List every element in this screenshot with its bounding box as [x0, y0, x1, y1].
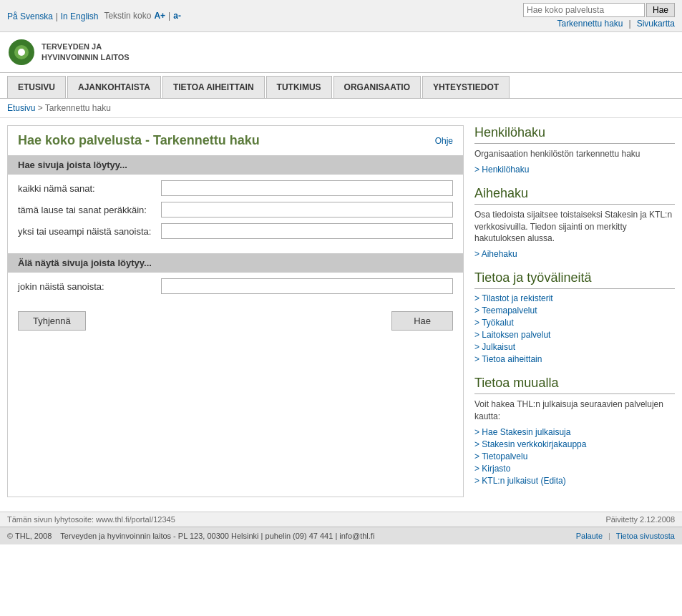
- field4-input[interactable]: [161, 278, 453, 294]
- footer-about-link[interactable]: Tietoa sivustosta: [616, 532, 675, 540]
- page-title: Hae koko palvelusta - Tarkennettu haku: [18, 133, 260, 148]
- henkilohaku-link[interactable]: > Henkilöhaku: [474, 165, 675, 175]
- section2-header: Älä näytä sivuja joista löytyy...: [8, 253, 463, 273]
- footer-sep: |: [608, 532, 610, 540]
- language-links: På Svenska | In English: [7, 11, 98, 21]
- field1-input[interactable]: [161, 180, 453, 196]
- sidebar-henkilohaku: Henkilöhaku Organisaation henkilöstön ta…: [474, 125, 675, 175]
- top-search-button[interactable]: Hae: [646, 3, 675, 17]
- footer-bottom: © THL, 2008 Terveyden ja hyvinvoinnin la…: [0, 527, 682, 544]
- breadcrumb-sep: >: [38, 103, 45, 113]
- field2-row: tämä lause tai sanat peräkkäin:: [18, 202, 453, 217]
- help-link[interactable]: Ohje: [435, 136, 453, 146]
- sidebar-muualla-desc: Voit hakea THL:n julkaisuja seuraavien p…: [474, 399, 675, 423]
- sidebar-aihehaku: Aihehaku Osa tiedoista sijaitsee toistai…: [474, 186, 675, 259]
- lang-sep1: |: [56, 11, 58, 21]
- footer-bar: Tämän sivun lyhytosoite: www.thl.fi/port…: [0, 512, 682, 527]
- sitemap-link[interactable]: Sivukartta: [637, 19, 675, 29]
- include-fields: kaikki nämä sanat: tämä lause tai sanat …: [8, 175, 463, 248]
- lang-en-link[interactable]: In English: [61, 11, 99, 21]
- nav-tab-yhteystiedot[interactable]: YHTEYSTIEDOT: [422, 76, 510, 98]
- sidebar-henkilohaku-desc: Organisaation henkilöstön tarkennettu ha…: [474, 148, 675, 160]
- sidebar-muualla-title: Tietoa muualla: [474, 376, 675, 394]
- sidebar-tyovalineita: Tietoa ja työvälineitä > Tilastot ja rek…: [474, 270, 675, 364]
- search-button[interactable]: Hae: [391, 311, 453, 331]
- tyovalineita-link-4[interactable]: > Laitoksen palvelut: [474, 330, 675, 340]
- textsize-larger-link[interactable]: A+: [154, 11, 165, 21]
- muualla-link-5[interactable]: > KTL:n julkaisut (Edita): [474, 476, 675, 486]
- textsize-sep: |: [168, 11, 170, 21]
- top-search-form: Hae: [523, 3, 675, 17]
- main-panel: Hae koko palvelusta - Tarkennettu haku O…: [7, 125, 464, 497]
- sidebar-tietoa-muualla: Tietoa muualla Voit hakea THL:n julkaisu…: [474, 376, 675, 486]
- tyovalineita-link-5[interactable]: > Julkaisut: [474, 342, 675, 352]
- field2-label: tämä lause tai sanat peräkkäin:: [18, 205, 161, 215]
- sidebar: Henkilöhaku Organisaation henkilöstön ta…: [474, 125, 675, 497]
- footer-shorturl: Tämän sivun lyhytosoite: www.thl.fi/port…: [7, 515, 175, 524]
- tyovalineita-link-1[interactable]: > Tilastot ja rekisterit: [474, 293, 675, 303]
- field4-label: jokin näistä sanoista:: [18, 281, 161, 292]
- site-header: TERVEYDEN JA HYVINVOINNIN LAITOS: [0, 32, 682, 72]
- field3-row: yksi tai useampi näistä sanoista:: [18, 223, 453, 239]
- field1-row: kaikki nämä sanat:: [18, 180, 453, 196]
- main-content: Hae koko palvelusta - Tarkennettu haku O…: [0, 118, 682, 504]
- muualla-link-3[interactable]: > Tietopalvelu: [474, 451, 675, 461]
- sidebar-henkilohaku-title: Henkilöhaku: [474, 125, 675, 144]
- advanced-search-link[interactable]: Tarkennettu haku: [557, 19, 623, 29]
- top-utility-links: Tarkennettu haku | Sivukartta: [557, 19, 675, 29]
- top-bar: På Svenska | In English Tekstin koko A+ …: [0, 0, 682, 32]
- title-main: Tarkennettu haku: [153, 133, 260, 147]
- footer-bottom-right: Palaute | Tietoa sivustosta: [576, 532, 675, 540]
- sidebar-aihehaku-title: Aihehaku: [474, 186, 675, 205]
- field1-label: kaikki nämä sanat:: [18, 183, 161, 194]
- tyovalineita-link-6[interactable]: > Tietoa aiheittain: [474, 354, 675, 364]
- footer-back-link[interactable]: Palaute: [576, 532, 603, 540]
- muualla-link-2[interactable]: > Stakesin verkkokirjakauppa: [474, 439, 675, 449]
- lang-sv-link[interactable]: På Svenska: [7, 11, 53, 21]
- breadcrumb: Etusivu > Tarkennettu haku: [0, 99, 682, 118]
- exclude-fields: jokin näistä sanoista:: [8, 273, 463, 303]
- sidebar-aihehaku-desc: Osa tiedoista sijaitsee toistaiseksi Sta…: [474, 209, 675, 245]
- field3-input[interactable]: [161, 223, 453, 239]
- textsize-label: Tekstin koko: [104, 11, 151, 21]
- nav-tab-tietoa[interactable]: TIETOA AIHEITTAIN: [162, 76, 265, 98]
- title-dash: -: [145, 133, 153, 147]
- svg-point-2: [18, 49, 25, 56]
- muualla-link-4[interactable]: > Kirjasto: [474, 464, 675, 474]
- field3-label: yksi tai useampi näistä sanoista:: [18, 226, 161, 237]
- top-bar-left: På Svenska | In English Tekstin koko A+ …: [7, 11, 181, 21]
- top-search-input[interactable]: [523, 3, 645, 17]
- main-panel-header: Hae koko palvelusta - Tarkennettu haku O…: [8, 126, 463, 155]
- text-size-controls: Tekstin koko A+ | a-: [104, 11, 181, 21]
- nav-tab-tutkimus[interactable]: TUTKIMUS: [266, 76, 332, 98]
- nav-tab-etusivu[interactable]: ETUSIVU: [7, 76, 66, 98]
- muualla-link-1[interactable]: > Hae Stakesin julkaisuja: [474, 427, 675, 437]
- breadcrumb-current: Tarkennettu haku: [45, 103, 111, 113]
- aihehaku-link[interactable]: > Aihehaku: [474, 249, 675, 259]
- clear-button[interactable]: Tyhjennä: [18, 311, 86, 331]
- field4-row: jokin näistä sanoista:: [18, 278, 453, 294]
- logo[interactable]: TERVEYDEN JA HYVINVOINNIN LAITOS: [7, 38, 130, 67]
- logo-text: TERVEYDEN JA HYVINVOINNIN LAITOS: [42, 41, 130, 64]
- tyovalineita-link-3[interactable]: > Työkalut: [474, 318, 675, 328]
- nav-tab-organisaatio[interactable]: ORGANISAATIO: [333, 76, 421, 98]
- footer-org: Terveyden ja hyvinvoinnin laitos - PL 12…: [60, 532, 374, 540]
- section1-header: Hae sivuja joista löytyy...: [8, 155, 463, 175]
- title-prefix: Hae koko palvelusta: [18, 133, 142, 147]
- footer-bottom-left: © THL, 2008 Terveyden ja hyvinvoinnin la…: [7, 532, 374, 540]
- top-bar-right: Hae Tarkennettu haku | Sivukartta: [523, 3, 675, 29]
- main-nav: ETUSIVU AJANKOHTAISTA TIETOA AIHEITTAIN …: [0, 72, 682, 99]
- footer-copyright: © THL, 2008: [7, 532, 52, 540]
- textsize-smaller-link[interactable]: a-: [173, 11, 181, 21]
- sidebar-tyovalineita-title: Tietoa ja työvälineitä: [474, 270, 675, 289]
- tyovalineita-link-2[interactable]: > Teemapalvelut: [474, 305, 675, 316]
- buttons-area: Tyhjennä Hae: [8, 303, 463, 339]
- utility-sep: |: [629, 19, 631, 29]
- field2-input[interactable]: [161, 202, 453, 217]
- nav-tab-ajankohtaista[interactable]: AJANKOHTAISTA: [67, 76, 161, 98]
- breadcrumb-home[interactable]: Etusivu: [7, 103, 35, 113]
- footer-updated: Päivitetty 2.12.2008: [605, 515, 675, 524]
- logo-icon: [7, 38, 36, 67]
